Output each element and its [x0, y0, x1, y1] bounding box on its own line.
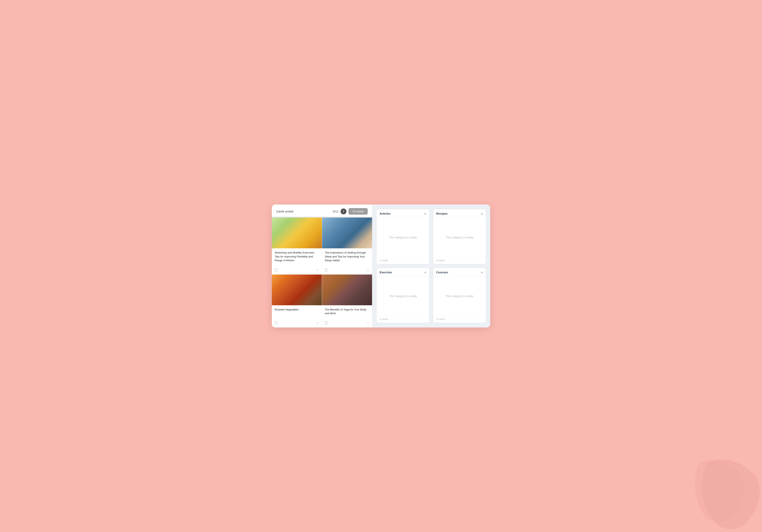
- category-footer-articles: 0 cards: [376, 257, 429, 264]
- chevron-up-icon[interactable]: ∧: [481, 271, 483, 274]
- left-header: Cards sorted 0/11 i I'm done: [272, 205, 372, 217]
- drag-dot: [325, 322, 326, 323]
- drag-dot: [327, 322, 328, 323]
- right-panel: Articles ∧ This category is empty 0 card…: [372, 205, 490, 327]
- arrow-right-icon[interactable]: →: [316, 268, 319, 272]
- drag-dot: [275, 268, 275, 269]
- list-item[interactable]: Roasted Vegetables →: [272, 275, 322, 327]
- card-footer: →: [272, 319, 322, 327]
- category-body-exercise: This category is empty: [376, 277, 429, 316]
- category-title-courses: Courses: [436, 271, 448, 274]
- drag-icon[interactable]: [275, 268, 278, 272]
- arrow-right-icon[interactable]: →: [366, 321, 369, 325]
- drag-dot: [325, 321, 326, 322]
- drag-dot: [325, 324, 326, 325]
- drag-dot: [327, 271, 328, 272]
- category-card-articles[interactable]: Articles ∧ This category is empty 0 card…: [376, 209, 429, 264]
- empty-text-recipes: This category is empty: [445, 236, 473, 239]
- chevron-up-icon[interactable]: ∧: [481, 212, 483, 215]
- category-title-articles: Articles: [380, 212, 391, 215]
- svg-line-1: [706, 476, 719, 489]
- card-footer: →: [272, 266, 322, 274]
- drag-dot: [327, 324, 328, 325]
- chevron-up-icon[interactable]: ∧: [424, 212, 426, 215]
- card-content: The Benefits of Yoga for Your Body and M…: [322, 305, 372, 319]
- card-content: Stretching and Mobility Exercises: Tips …: [272, 248, 322, 266]
- drag-dot: [275, 322, 275, 323]
- category-title-recipes: Recipes: [436, 212, 448, 215]
- card-image-sleep: [322, 218, 372, 248]
- svg-line-4: [718, 496, 733, 506]
- card-footer: →: [322, 266, 372, 274]
- drag-dot: [276, 322, 277, 323]
- category-title-exercise: Exercise: [380, 271, 392, 274]
- category-card-exercise[interactable]: Exercise ∧ This category is empty 0 card…: [376, 268, 429, 323]
- drag-dot: [325, 268, 326, 269]
- drag-dot: [276, 271, 277, 272]
- card-content: The Importance of Getting Enough Sleep a…: [322, 248, 372, 266]
- drag-dot: [276, 268, 277, 269]
- category-body-courses: This category is empty: [433, 277, 486, 316]
- drag-icon[interactable]: [325, 268, 328, 272]
- bg-decoration: [669, 439, 762, 532]
- category-card-recipes[interactable]: Recipes ∧ This category is empty 0 cards: [433, 209, 486, 264]
- card-title: The Benefits of Yoga for Your Body and M…: [325, 308, 369, 318]
- drag-dot: [275, 271, 275, 272]
- category-body-articles: This category is empty: [376, 218, 429, 257]
- drag-dot: [276, 270, 277, 270]
- category-footer-courses: 0 cards: [433, 316, 486, 323]
- list-item[interactable]: The Importance of Getting Enough Sleep a…: [322, 218, 372, 275]
- category-footer-recipes: 0 cards: [433, 257, 486, 264]
- svg-line-3: [704, 491, 718, 501]
- card-title: Stretching and Mobility Exercises: Tips …: [275, 251, 319, 265]
- list-item[interactable]: The Benefits of Yoga for Your Body and M…: [322, 275, 372, 327]
- drag-dot: [276, 321, 277, 322]
- category-header-articles: Articles ∧: [376, 209, 429, 218]
- category-card-courses[interactable]: Courses ∧ This category is empty 0 cards: [433, 268, 486, 323]
- done-button[interactable]: I'm done: [348, 208, 368, 215]
- category-header-courses: Courses ∧: [433, 268, 486, 277]
- card-image-yoga: [322, 275, 372, 305]
- card-title: Roasted Vegetables: [275, 308, 319, 318]
- drag-dot: [327, 321, 328, 322]
- arrow-right-icon[interactable]: →: [366, 268, 369, 272]
- main-container: Cards sorted 0/11 i I'm done Stretching …: [272, 205, 490, 327]
- cards-sorted-label: Cards sorted: [276, 210, 293, 213]
- drag-dot: [327, 270, 328, 270]
- card-footer: →: [322, 319, 372, 327]
- progress-text: 0/11: [333, 210, 339, 213]
- drag-dot: [325, 270, 326, 270]
- category-body-recipes: This category is empty: [433, 218, 486, 257]
- arrow-right-icon[interactable]: →: [316, 321, 319, 325]
- list-item[interactable]: Stretching and Mobility Exercises: Tips …: [272, 218, 322, 275]
- card-image-vegetables: [272, 275, 322, 305]
- category-footer-exercise: 0 cards: [376, 316, 429, 323]
- empty-text-exercise: This category is empty: [389, 295, 417, 298]
- drag-dot: [275, 321, 275, 322]
- drag-icon[interactable]: [325, 321, 328, 325]
- chevron-up-icon[interactable]: ∧: [424, 271, 426, 274]
- drag-dot: [275, 270, 275, 270]
- empty-text-articles: This category is empty: [389, 236, 417, 239]
- cards-grid: Stretching and Mobility Exercises: Tips …: [272, 218, 372, 327]
- drag-dot: [325, 271, 326, 272]
- drag-dot: [276, 324, 277, 325]
- category-header-recipes: Recipes ∧: [433, 209, 486, 218]
- card-content: Roasted Vegetables: [272, 305, 322, 319]
- header-right: 0/11 i I'm done: [333, 208, 368, 215]
- svg-line-2: [718, 481, 731, 494]
- empty-text-courses: This category is empty: [445, 295, 473, 298]
- drag-dot: [275, 324, 275, 325]
- left-panel: Cards sorted 0/11 i I'm done Stretching …: [272, 205, 372, 327]
- category-header-exercise: Exercise ∧: [376, 268, 429, 277]
- drag-icon[interactable]: [275, 321, 278, 325]
- drag-dot: [327, 268, 328, 269]
- card-image-stretching: [272, 218, 322, 248]
- card-title: The Importance of Getting Enough Sleep a…: [325, 251, 369, 265]
- info-button[interactable]: i: [341, 209, 346, 215]
